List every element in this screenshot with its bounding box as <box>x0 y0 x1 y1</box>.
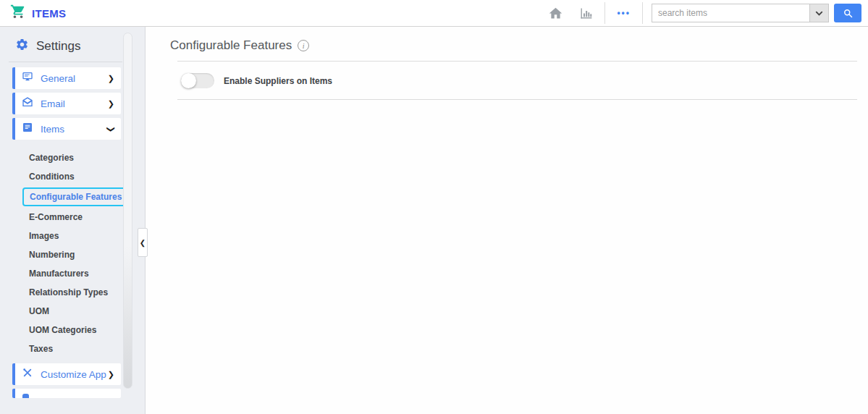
divider <box>177 99 857 100</box>
enable-suppliers-setting: Enable Suppliers on Items <box>181 73 868 88</box>
sidebar-title: Settings <box>36 39 80 54</box>
chevron-down-icon: ❯ <box>106 125 116 132</box>
home-icon[interactable] <box>547 4 564 22</box>
sidebar-item-label: Customize App <box>41 369 106 380</box>
chevron-right-icon: ❯ <box>108 74 114 83</box>
partial-item-icon <box>22 394 29 398</box>
sidebar-item-items[interactable]: Items ❯ <box>12 118 121 140</box>
monitor-icon <box>22 71 33 85</box>
sidebar-item-general[interactable]: General ❯ <box>12 67 121 89</box>
toggle-label: Enable Suppliers on Items <box>224 76 332 86</box>
search-icon <box>843 8 854 19</box>
envelope-icon <box>22 96 33 111</box>
chevron-down-icon <box>814 8 825 19</box>
header-divider <box>642 2 643 24</box>
enable-suppliers-toggle[interactable] <box>181 73 214 88</box>
chevron-right-icon: ❯ <box>108 370 114 379</box>
page-title: Configurable Features <box>170 38 292 53</box>
search-bar <box>652 4 861 22</box>
sidebar-item-customize-app[interactable]: Customize App ❯ <box>12 363 121 385</box>
chevron-right-icon: ❯ <box>108 99 114 109</box>
page-header: Configurable Features i <box>146 27 868 53</box>
more-menu-icon[interactable]: ••• <box>605 2 642 24</box>
app-logo[interactable]: ITEMS <box>10 4 66 22</box>
divider <box>9 62 122 62</box>
search-input[interactable] <box>652 4 809 22</box>
sidebar-item-label: General <box>41 73 75 84</box>
tools-icon <box>22 367 33 381</box>
settings-sidebar: Settings General ❯ Email ❯ Items ❯ Categ… <box>0 27 146 414</box>
top-bar: ITEMS ••• <box>0 0 868 27</box>
main-content: Configurable Features i Enable Suppliers… <box>146 27 868 414</box>
cart-icon <box>10 4 26 22</box>
divider <box>177 61 857 62</box>
list-icon <box>22 122 33 136</box>
toggle-knob <box>181 73 196 88</box>
sidebar-item-email[interactable]: Email ❯ <box>12 93 121 114</box>
gear-icon <box>15 38 29 54</box>
bar-chart-icon[interactable] <box>577 4 594 22</box>
search-button[interactable] <box>834 4 861 22</box>
search-scope-dropdown[interactable] <box>809 4 829 22</box>
sidebar-item-label: Email <box>41 98 65 109</box>
sidebar-item-label: Items <box>41 124 64 135</box>
sidebar-item-partial[interactable] <box>12 389 121 398</box>
info-icon[interactable]: i <box>298 40 309 51</box>
sidebar-scrollbar[interactable] <box>123 33 132 389</box>
header-actions: ••• <box>547 2 868 24</box>
app-title: ITEMS <box>32 7 66 20</box>
sidebar-collapse-handle[interactable]: ❮ <box>138 228 148 257</box>
